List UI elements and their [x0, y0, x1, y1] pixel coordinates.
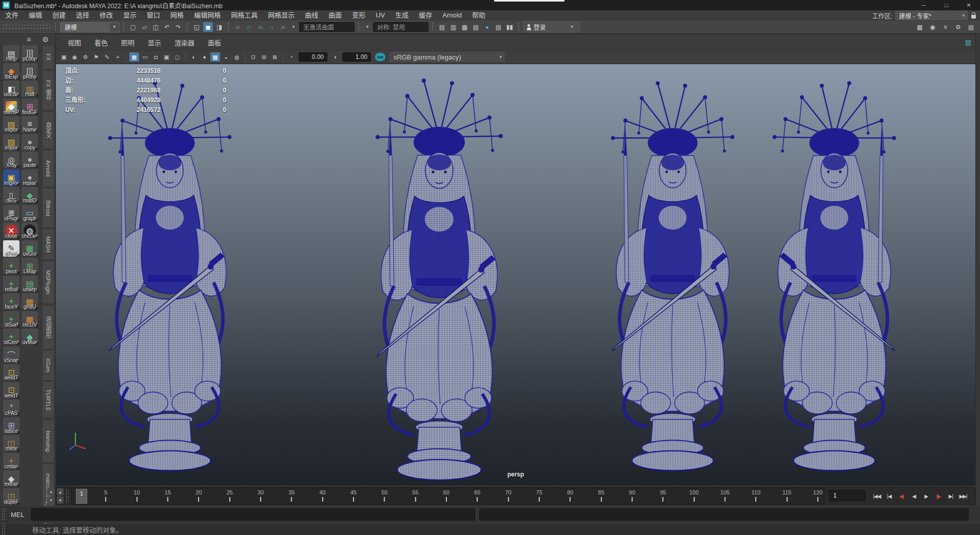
new-scene-icon[interactable]: ▢	[128, 22, 138, 32]
shelf-item-weldt-35[interactable]: ⊡weldT	[3, 364, 19, 380]
textured-mode-icon[interactable]: ▩	[210, 52, 220, 62]
select-object-icon[interactable]: ◼	[203, 22, 213, 32]
menuset-dropdown[interactable]: 建模▼	[60, 22, 120, 32]
viewport-menu-4[interactable]: 渲染器	[168, 37, 201, 47]
login-dropdown[interactable]: 登录▼	[523, 22, 580, 32]
hypershade-icon[interactable]: ●	[482, 22, 492, 32]
shelf-item-paste-13[interactable]: ●paste	[22, 151, 38, 168]
shelf-item-miror-39[interactable]: ◫miror	[3, 435, 19, 451]
gamma-field[interactable]: 1.00	[342, 52, 371, 62]
shelf-item-dupef-42[interactable]: ◫dupeF	[3, 488, 19, 505]
shelf-item-impor-10[interactable]: ▨impor	[3, 134, 19, 150]
shelf-collapse-grip[interactable]	[2, 24, 51, 31]
menu-item-18[interactable]: 帮助	[467, 11, 491, 19]
viewport-menu-3[interactable]: 显示	[141, 37, 168, 47]
viewport-menu-0[interactable]: 视图	[61, 37, 88, 47]
shelf-menu-icon[interactable]: ≡	[27, 35, 31, 44]
current-frame-marker[interactable]: 1	[76, 489, 87, 504]
exposure-icon[interactable]: ◔	[286, 52, 296, 62]
shelf-item-lattice-38[interactable]: ⊞lattice	[3, 417, 19, 434]
shelf-item-uvmax-33[interactable]: ◆uvMax	[22, 329, 38, 345]
menu-item-5[interactable]: 显示	[118, 11, 142, 19]
menu-item-10[interactable]: 网格显示	[263, 11, 300, 19]
color-management-toggle[interactable]: ON	[375, 53, 385, 61]
status-grip[interactable]	[358, 23, 360, 31]
2d-pan-zoom-icon[interactable]: ⌖	[113, 52, 123, 62]
shelf-item-deg-16[interactable]: ▯dEG	[3, 187, 19, 203]
pause-viewport-icon[interactable]: ▮▮	[505, 22, 515, 32]
xray-display-icon[interactable]: ⊞	[259, 52, 269, 62]
mel-label[interactable]: MEL	[11, 511, 25, 519]
status-grip[interactable]	[432, 23, 434, 31]
snap-to-curve-icon[interactable]: ∩	[244, 22, 254, 32]
menu-item-4[interactable]: 修改	[94, 11, 118, 19]
shelf-item-ploop-1[interactable]: [|]pLoop	[22, 45, 38, 62]
workspace-lock-icon[interactable]	[971, 15, 976, 18]
grid-toggle-icon[interactable]: ▦	[129, 52, 139, 62]
redo-icon[interactable]: ↷	[173, 22, 183, 32]
shelf-scroll-down-button[interactable]: ▼	[47, 496, 55, 504]
status-grip[interactable]	[227, 23, 230, 31]
shelf-item-help-0[interactable]: ▤Help	[3, 45, 19, 62]
menu-item-9[interactable]: 网格工具	[226, 11, 263, 19]
shelf-item-extras-41[interactable]: ◆extras	[3, 470, 19, 487]
workspace-dropdown[interactable]: 建模 - 专家* ▼	[895, 11, 968, 20]
bookmark-icon[interactable]: ⚑	[91, 52, 101, 62]
menu-item-15[interactable]: 生成	[390, 11, 414, 19]
shelf-tab-5[interactable]: MASH	[42, 229, 54, 259]
isolate-select-icon[interactable]: ⊡	[248, 52, 258, 62]
shelf-item-copy-11[interactable]: ●copy	[22, 134, 38, 150]
menu-item-11[interactable]: 曲线	[300, 11, 323, 19]
minimize-button[interactable]: ─	[912, 0, 935, 10]
wireframe-mode-icon[interactable]: ◐	[189, 52, 199, 62]
shelf-item-pring-3[interactable]: [|]pRing	[22, 63, 38, 80]
step-back-frame-button[interactable]: ◀|	[895, 489, 908, 503]
shelf-item-facey-28[interactable]: +faceY	[3, 293, 19, 310]
shelf-tab-4[interactable]: Bifrost	[42, 188, 54, 228]
shelf-item-name-9[interactable]: ≡Name	[22, 116, 38, 132]
shelf-item-half-5[interactable]: ▥Half	[22, 81, 38, 97]
channel-box-icon[interactable]: ▤	[966, 22, 976, 32]
contrast-icon[interactable]: ◑	[330, 52, 340, 62]
tool-settings-icon[interactable]: ⚙	[953, 22, 963, 32]
active-surface-field[interactable]: 无激活曲面	[299, 22, 355, 32]
shelf-item-gridu-29[interactable]: ▦gridU	[22, 293, 38, 310]
shelf-tab-9[interactable]: TURTLE	[42, 381, 54, 418]
shelf-item-checke-21[interactable]: ◍checke	[22, 222, 38, 239]
shelf-item-cmbin-40[interactable]: +cmbin	[3, 453, 19, 469]
colorspace-dropdown[interactable]: sRGB gamma (legacy)▼	[389, 52, 505, 62]
shelf-item-recuv-31[interactable]: ▦recUV	[22, 311, 38, 328]
shadows-icon[interactable]: ◍	[232, 52, 242, 62]
viewport-menu-2[interactable]: 照明	[114, 37, 141, 47]
help-line-grip[interactable]	[2, 523, 6, 535]
shelf-item-pivot-24[interactable]: +pivot	[3, 258, 19, 274]
field-chart-icon[interactable]: ◻	[172, 52, 182, 62]
exposure-field[interactable]: 0.00	[299, 52, 327, 62]
shelf-item-lmap-25[interactable]: ⊞LMap	[22, 258, 38, 274]
use-all-lights-icon[interactable]: ◒	[221, 52, 231, 62]
shelf-tab-0[interactable]: FX	[42, 45, 54, 69]
menu-item-6[interactable]: 窗口	[142, 11, 165, 19]
shelf-tab-8[interactable]: XGen	[42, 350, 54, 380]
chevron-down-icon[interactable]: ▼	[363, 25, 371, 29]
shelf-item-uvedg-4[interactable]: ◧uvEdg	[3, 81, 19, 97]
shelf-item-normr-6[interactable]: ◆normR	[3, 99, 19, 115]
shelf-item-expor-8[interactable]: ▨expor	[3, 116, 19, 132]
status-grip[interactable]	[123, 23, 125, 31]
timeline-down-button[interactable]: ▼	[57, 496, 64, 504]
shelf-item-matid-17[interactable]: ◆matID	[22, 187, 38, 203]
maximize-button[interactable]: □	[935, 0, 957, 10]
shelf-item-spref-22[interactable]: ✎sPref	[3, 240, 19, 257]
chevron-down-icon[interactable]: ▼	[289, 25, 298, 29]
menu-item-7[interactable]: 网格	[165, 11, 189, 19]
render-settings-icon[interactable]: ▤	[471, 22, 481, 32]
menu-item-14[interactable]: UV	[370, 11, 390, 19]
current-time-field[interactable]: 1	[829, 490, 866, 501]
select-component-icon[interactable]: ◨	[214, 22, 224, 32]
ipr-render-icon[interactable]: ▦	[460, 22, 469, 32]
shelf-item-vsnap-34[interactable]: ⌒vSnap	[3, 347, 19, 363]
shelf-item-splugi-18[interactable]: ≣sPlugi	[3, 205, 19, 221]
modeling-toolkit-icon[interactable]: ▦	[915, 22, 925, 32]
attribute-editor-icon[interactable]: ≡	[940, 22, 950, 32]
viewport-menu-5[interactable]: 面板	[201, 37, 228, 47]
